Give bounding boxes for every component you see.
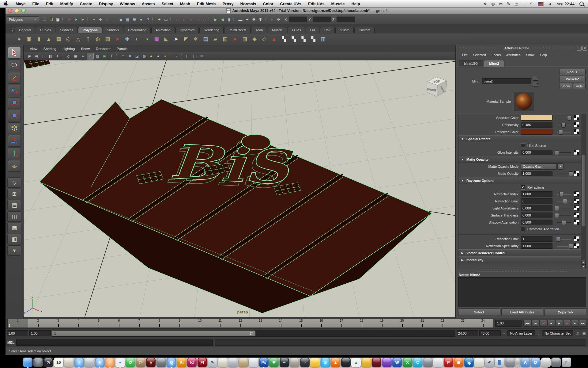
select-tool[interactable]	[8, 47, 21, 59]
refractive-index-slider[interactable]	[556, 191, 571, 197]
panel-toolbar-icon[interactable]	[181, 53, 183, 59]
statusline-icon[interactable]: ❖	[251, 16, 257, 23]
status-icon[interactable]: ▭	[497, 2, 505, 6]
playback-button[interactable]: ▶▶|	[579, 320, 587, 327]
panel-toolbar-icon[interactable]: ◇	[66, 53, 72, 59]
z-coordinate-field[interactable]	[337, 17, 355, 22]
frame-tick[interactable]: 15	[291, 319, 311, 328]
status-icon[interactable]: ↻	[505, 2, 513, 6]
dock-app-icon[interactable]: ✎	[208, 358, 217, 367]
scale-tool[interactable]	[8, 110, 21, 121]
reflection-limit-field[interactable]: 1	[521, 236, 552, 242]
statusline-icon[interactable]: ▦	[124, 16, 131, 23]
specular-color-swatch[interactable]	[521, 115, 552, 121]
lasso-tool[interactable]	[8, 59, 21, 71]
input-language-flag-icon[interactable]	[538, 2, 544, 6]
menu-bar-clock[interactable]: seg 22:44	[554, 2, 578, 6]
frame-tick[interactable]: 19	[372, 319, 392, 328]
frame-tick[interactable]: 8	[149, 319, 169, 328]
spotlight-icon[interactable]	[579, 2, 584, 6]
current-time-field[interactable]: 1.00	[495, 320, 522, 327]
panel-toolbar-icon[interactable]: ▣	[101, 53, 108, 59]
refraction-limit-field[interactable]: 6	[521, 198, 552, 204]
dropdown-arrow-icon[interactable]: ▽	[502, 332, 506, 335]
dropdown-arrow-icon[interactable]: ▼	[557, 163, 564, 170]
dock-app-icon[interactable]	[541, 358, 551, 367]
shelf-tool-icon[interactable]: ▚	[299, 35, 308, 44]
ae-menu-item[interactable]: Show	[523, 53, 537, 57]
dock-app-icon[interactable]: X	[403, 358, 412, 367]
texture-map-button[interactable]	[574, 191, 579, 197]
presets-button[interactable]: Presets*	[559, 76, 586, 82]
panel-toolbar-icon[interactable]: ▤	[33, 53, 40, 59]
shelf-tool-icon[interactable]: ◇	[260, 35, 269, 44]
character-set-selector[interactable]: No Character Set	[542, 330, 573, 336]
status-icon[interactable]: ◍	[489, 2, 497, 6]
panel-toolbar-icon[interactable]: ●	[162, 53, 168, 59]
menubar-item[interactable]: Edit UVs	[305, 2, 328, 6]
dock-app-icon[interactable]: 16	[54, 358, 63, 367]
dock-app-icon[interactable]: ◉	[454, 358, 463, 367]
notes-textarea[interactable]	[458, 277, 586, 307]
specular-color-slider[interactable]	[556, 115, 571, 121]
reflectivity-slider[interactable]	[556, 122, 571, 128]
panel-toolbar-icon[interactable]: ●	[155, 53, 161, 59]
shelf-tab[interactable]: Animation	[151, 27, 175, 33]
refraction-limit-slider[interactable]	[556, 198, 571, 204]
shelf-tool-icon[interactable]: ◐	[132, 35, 141, 44]
statusline-icon[interactable]: ∩	[201, 16, 208, 23]
move-tool[interactable]	[8, 85, 21, 96]
dock-app-icon[interactable]	[515, 358, 520, 367]
scrollbar-thumb[interactable]	[582, 154, 585, 226]
status-icon[interactable]: ◠	[528, 2, 536, 6]
dock-app-icon[interactable]: ✆	[126, 358, 135, 367]
dock-app-icon[interactable]	[23, 358, 32, 367]
dock-app-icon[interactable]	[310, 358, 320, 367]
frame-tick[interactable]: 17	[331, 319, 352, 328]
shelf-tool-icon[interactable]: ▤	[201, 35, 210, 44]
statusline-icon[interactable]: ▾	[91, 16, 97, 23]
panel-menu-item[interactable]: Show	[78, 47, 93, 51]
ae-scrollbar[interactable]: ▲ ▼	[581, 114, 586, 269]
dock-app-icon[interactable]	[228, 358, 238, 367]
frame-tick[interactable]: 12	[230, 319, 251, 328]
current-frame-marker[interactable]: 1	[8, 319, 28, 328]
glow-intensity-slider[interactable]	[556, 150, 571, 155]
dock-app-icon[interactable]	[551, 358, 561, 367]
section-matte-opacity[interactable]: ▼Matte Opacity	[458, 156, 581, 163]
dock-app-icon[interactable]: ▲	[351, 358, 361, 367]
statusline-icon[interactable]: ▶	[212, 16, 219, 23]
time-ruler[interactable]: 123456789101112131415161718192021222324 …	[7, 319, 493, 328]
show-manipulator-tool[interactable]	[8, 148, 21, 159]
frame-tick[interactable]: 14	[271, 319, 291, 328]
frame-tick[interactable]: 16	[311, 319, 331, 328]
menubar-item[interactable]: Muscle	[328, 2, 348, 6]
frame-tick[interactable]: 24	[473, 319, 493, 328]
hide-source-checkbox[interactable]	[521, 143, 525, 148]
statusline-icon[interactable]	[87, 16, 90, 23]
animation-start-field[interactable]: 1.00	[7, 330, 28, 336]
dock-app-icon[interactable]	[156, 358, 166, 367]
shelf-tool-icon[interactable]: ▚	[279, 35, 288, 44]
node-tab[interactable]: blinn1SG	[459, 60, 483, 67]
statusline-icon[interactable]: ✛	[275, 16, 282, 23]
layout-shortcut-button[interactable]: ▾	[7, 245, 21, 256]
panel-toolbar-icon[interactable]: ●	[80, 53, 86, 59]
statusline-icon[interactable]	[62, 16, 65, 23]
matte-opacity-slider[interactable]	[556, 171, 571, 176]
statusline-icon[interactable]: ❐	[41, 16, 48, 23]
statusline-icon[interactable]: ∩	[181, 16, 187, 23]
soft-modification-tool[interactable]	[8, 135, 21, 147]
dropdown-arrow-icon[interactable]: ▽	[536, 332, 541, 335]
menubar-item[interactable]: Edit	[43, 2, 57, 6]
shelf-tab[interactable]: Surfaces	[56, 27, 77, 33]
statusline-icon[interactable]: ➤	[66, 16, 73, 23]
statusline-icon[interactable]: ▬	[237, 16, 244, 23]
statusline-icon[interactable]: ◌	[104, 16, 111, 23]
status-icon[interactable]: ⁘	[520, 2, 528, 6]
shelf-tab[interactable]: Deformation	[124, 27, 151, 33]
shelf-tool-icon[interactable]: ▣	[24, 35, 34, 44]
layout-shortcut-button[interactable]: ▤	[7, 200, 21, 210]
shelf-tab[interactable]: Toon	[251, 27, 267, 33]
reflectivity-field[interactable]: 0.486	[521, 122, 552, 128]
